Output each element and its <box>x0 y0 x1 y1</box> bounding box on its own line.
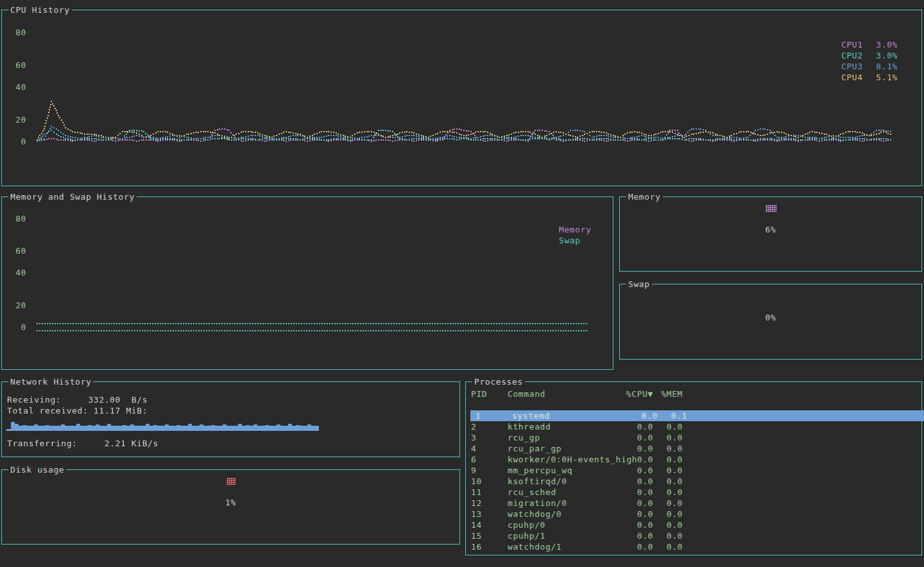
process-cpu: 0.0 <box>602 432 653 443</box>
memory-legend-label: Memory <box>559 224 592 235</box>
memory-gauge <box>620 204 921 214</box>
cpu-ytick-80: 80 <box>15 28 26 37</box>
process-command: systemd <box>512 410 550 421</box>
memswap-ytick-40: 40 <box>15 268 26 277</box>
process-cpu: 0.0 <box>602 443 653 454</box>
cpu-ytick-60: 60 <box>15 61 26 70</box>
process-row[interactable]: 1 systemd 0.0 0.1 <box>470 410 924 421</box>
cpu-history-panel: CPU History 80 60 40 20 0 CPU1 3.0% CPU2… <box>1 10 922 186</box>
memswap-legend: Memory Swap <box>559 224 592 246</box>
cpu-legend-cpu3: CPU3 8.1% <box>841 61 898 72</box>
process-row[interactable]: 9 mm_percpu_wq 0.0 0.0 <box>466 465 921 476</box>
cpu-ytick-0: 0 <box>15 137 26 146</box>
cpu-history-chart <box>2 10 921 186</box>
process-row[interactable]: 11 rcu_sched 0.0 0.0 <box>466 487 921 498</box>
header-mem[interactable]: %MEM <box>656 388 683 399</box>
process-pid: 4 <box>471 443 476 454</box>
network-total-received: Total received: 11.17 MiB: <box>7 406 148 416</box>
process-pid: 14 <box>471 519 482 530</box>
memswap-ytick-0: 0 <box>15 323 26 332</box>
process-mem: 0.0 <box>656 454 683 465</box>
memswap-legend-memory: Memory <box>559 224 592 235</box>
header-cpu-sort[interactable]: %CPU▼ <box>602 388 653 399</box>
memory-gauge-dots-icon <box>766 205 776 212</box>
process-row[interactable]: 13 watchdog/0 0.0 0.0 <box>466 509 921 519</box>
disk-usage-panel: Disk usage 1% <box>1 469 460 545</box>
memswap-history-chart <box>2 197 613 369</box>
network-history-panel: Network History Receiving: 332.00 B/s To… <box>1 381 460 457</box>
process-command: watchdog/0 <box>508 509 561 519</box>
disk-gauge-dots-icon <box>227 478 235 485</box>
process-cpu: 0.0 <box>602 519 653 530</box>
processes-panel: Processes PID Command %CPU▼ %MEM 1 syste… <box>465 381 922 555</box>
process-row[interactable]: 6 kworker/0:0H-events_high 0.0 0.0 <box>466 454 921 465</box>
memory-panel-title: Memory <box>626 192 663 202</box>
process-pid: 2 <box>471 421 476 432</box>
process-row[interactable]: 3 rcu_gp 0.0 0.0 <box>466 432 921 443</box>
process-row[interactable]: 10 ksoftirqd/0 0.0 0.0 <box>466 476 921 487</box>
process-mem: 0.1 <box>660 410 687 421</box>
process-mem: 0.0 <box>656 498 683 509</box>
processes-title: Processes <box>472 377 525 387</box>
process-command: rcu_par_gp <box>508 443 561 454</box>
process-mem: 0.0 <box>656 443 683 454</box>
process-mem: 0.0 <box>656 509 683 519</box>
cpu-ytick-40: 40 <box>15 83 26 92</box>
memswap-legend-swap: Swap <box>559 235 592 246</box>
process-cpu: 0.0 <box>602 487 653 498</box>
process-command: rcu_sched <box>508 487 556 498</box>
disk-gauge <box>2 477 459 487</box>
process-cpu: 0.0 <box>602 541 653 552</box>
cpu2-value: 3.0% <box>876 50 898 61</box>
memory-panel: Memory 6% <box>619 196 922 272</box>
cpu3-label: CPU3 <box>841 61 863 72</box>
process-mem: 0.0 <box>656 530 683 541</box>
process-row[interactable]: 12 migration/0 0.0 0.0 <box>466 498 921 509</box>
cpu-legend-cpu1: CPU1 3.0% <box>841 39 898 50</box>
network-receiving: Receiving: 332.00 B/s <box>7 395 148 405</box>
cpu-legend-cpu4: CPU4 5.1% <box>841 72 898 83</box>
header-command[interactable]: Command <box>508 388 545 399</box>
process-cpu: 0.0 <box>602 454 653 465</box>
process-mem: 0.0 <box>656 541 683 552</box>
process-mem: 0.0 <box>656 476 683 487</box>
process-pid: 11 <box>471 487 482 498</box>
process-command: ksoftirqd/0 <box>508 476 567 487</box>
disk-percent: 1% <box>2 498 459 507</box>
process-mem: 0.0 <box>656 519 683 530</box>
process-row[interactable]: 14 cpuhp/0 0.0 0.0 <box>466 519 921 530</box>
process-pid: 1 <box>475 410 481 421</box>
network-transferring: Transferring: 2.21 KiB/s <box>7 439 158 449</box>
process-row[interactable]: 15 cpuhp/1 0.0 0.0 <box>466 530 921 541</box>
process-list: 1 systemd 0.0 0.1 2 kthreadd 0.0 0.0 3 r… <box>466 410 921 555</box>
process-command: cpuhp/1 <box>508 530 545 541</box>
process-pid: 10 <box>471 476 482 487</box>
cpu-legend: CPU1 3.0% CPU2 3.0% CPU3 8.1% CPU4 5.1% <box>841 39 898 83</box>
process-row[interactable]: 4 rcu_par_gp 0.0 0.0 <box>466 443 921 454</box>
process-row[interactable]: 2 kthreadd 0.0 0.0 <box>466 421 921 432</box>
process-mem: 0.0 <box>656 421 683 432</box>
process-command: rcu_gp <box>508 432 540 443</box>
cpu-ytick-20: 20 <box>15 116 26 125</box>
memswap-history-panel: Memory and Swap History 80 60 40 20 0 Me… <box>1 196 613 370</box>
header-pid[interactable]: PID <box>471 388 487 399</box>
process-cpu: 0.0 <box>606 410 658 421</box>
process-row[interactable]: 16 watchdog/1 0.0 0.0 <box>466 541 921 552</box>
disk-usage-title: Disk usage <box>8 465 66 475</box>
process-cpu: 0.0 <box>602 476 653 487</box>
swap-panel: Swap 0% <box>619 284 922 360</box>
process-command: kthreadd <box>508 421 551 432</box>
swap-legend-label: Swap <box>559 235 581 246</box>
swap-panel-title: Swap <box>626 279 652 289</box>
process-cpu: 0.0 <box>602 509 653 519</box>
swap-percent: 0% <box>620 313 921 322</box>
cpu4-label: CPU4 <box>841 72 863 83</box>
process-cpu: 0.0 <box>602 530 653 541</box>
process-cpu: 0.0 <box>602 498 653 509</box>
process-pid: 9 <box>471 465 476 476</box>
process-cpu: 0.0 <box>602 465 653 476</box>
memswap-ytick-20: 20 <box>15 301 26 310</box>
memswap-ytick-60: 60 <box>15 247 26 256</box>
cpu-legend-cpu2: CPU2 3.0% <box>841 50 898 61</box>
process-command: watchdog/1 <box>508 541 561 552</box>
